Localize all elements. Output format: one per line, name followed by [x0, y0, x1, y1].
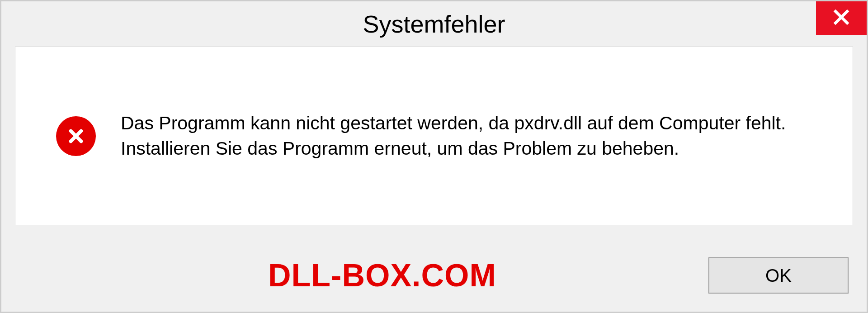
system-error-dialog: Systemfehler Das Programm kann nicht ges… — [0, 0, 868, 313]
error-message: Das Programm kann nicht gestartet werden… — [121, 111, 812, 161]
close-icon — [831, 7, 851, 29]
close-button[interactable] — [816, 1, 867, 35]
title-bar: Systemfehler — [1, 1, 867, 47]
watermark-text: DLL-BOX.COM — [268, 257, 496, 294]
dialog-title: Systemfehler — [363, 10, 505, 38]
dialog-footer: DLL-BOX.COM OK — [1, 239, 867, 312]
ok-button[interactable]: OK — [708, 257, 849, 294]
error-icon — [56, 116, 96, 156]
content-area: Das Programm kann nicht gestartet werden… — [15, 47, 853, 225]
